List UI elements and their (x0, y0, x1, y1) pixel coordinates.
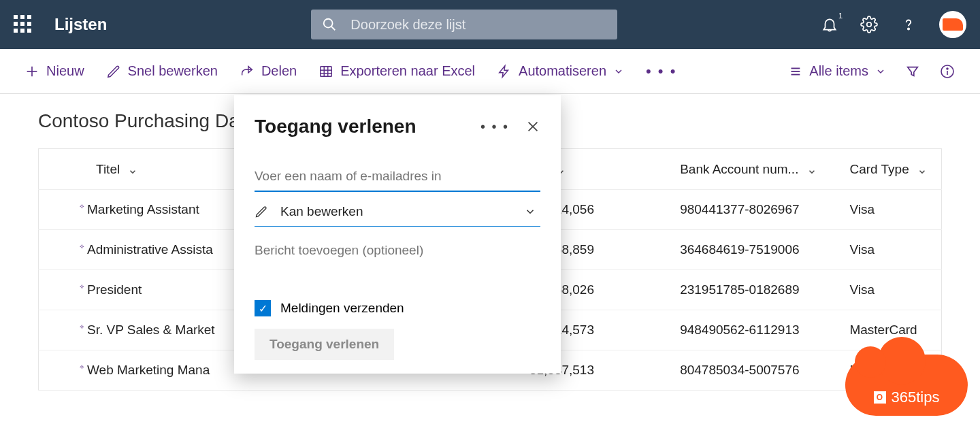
people-picker-input[interactable] (255, 165, 540, 192)
notifications-icon[interactable]: 1 (821, 16, 838, 33)
dialog-header: Toegang verlenen • • • (255, 116, 540, 137)
plus-icon (24, 64, 39, 79)
search-container (311, 10, 617, 39)
app-header: Lijsten 1 (0, 0, 980, 49)
cell-bank: 364684619-7519006 (666, 230, 836, 270)
dialog-more-icon[interactable]: • • • (480, 119, 509, 135)
svg-point-2 (867, 22, 872, 27)
column-header-card-type[interactable]: Card Type ⌄ (836, 149, 941, 190)
chevron-down-icon: ⌄ (127, 162, 138, 176)
svg-point-3 (908, 28, 909, 29)
new-item-marker: ⟡ (80, 282, 84, 290)
share-button[interactable]: Delen (240, 63, 297, 79)
grant-access-dialog: Toegang verlenen • • • Kan bewerken ✓ Me… (234, 95, 561, 374)
brand-square-icon: O (874, 391, 886, 404)
svg-point-0 (324, 19, 333, 28)
app-launcher-icon[interactable] (14, 15, 33, 34)
avatar-logo (943, 18, 963, 31)
quick-edit-label: Snel bewerken (128, 63, 218, 79)
automate-icon (497, 64, 512, 79)
message-input[interactable] (255, 243, 540, 258)
share-label: Delen (261, 63, 297, 79)
cell-card: Visa (836, 190, 941, 230)
chevron-down-icon: ⌄ (917, 162, 928, 176)
export-excel-label: Exporteren naar Excel (340, 63, 475, 79)
column-header-label: Titel (96, 162, 120, 176)
column-header-label: Card Type (849, 162, 909, 176)
cell-bank: 948490562-6112913 (666, 310, 836, 350)
notify-label: Meldingen verzenden (280, 301, 404, 316)
cell-bank: 231951785-0182689 (666, 270, 836, 310)
cell-card: Visa (836, 230, 941, 270)
view-selector[interactable]: Alle items (787, 63, 886, 79)
filter-button[interactable] (905, 64, 920, 79)
automate-label: Automatiseren (519, 63, 606, 79)
new-label: Nieuw (46, 63, 84, 79)
svg-point-16 (947, 68, 948, 69)
header-actions: 1 (821, 11, 966, 38)
cell-bank: 980441377-8026967 (666, 190, 836, 230)
brand-watermark: O 365tips (845, 355, 968, 416)
search-input[interactable] (350, 17, 606, 33)
view-selector-label: Alle items (809, 63, 868, 79)
more-commands-button[interactable]: • • • (646, 63, 676, 80)
command-bar: Nieuw Snel bewerken Delen Exporteren naa… (0, 49, 980, 94)
pencil-icon (106, 64, 121, 79)
new-item-marker: ⟡ (80, 242, 84, 250)
column-header-label: Bank Account num... (680, 162, 798, 176)
dialog-header-actions: • • • (480, 119, 540, 135)
chevron-down-icon (875, 66, 886, 77)
close-icon[interactable] (525, 119, 540, 134)
cell-card: Visa (836, 270, 941, 310)
excel-icon (318, 64, 333, 79)
automate-button[interactable]: Automatiseren (497, 63, 624, 79)
svg-rect-6 (321, 66, 332, 76)
export-excel-button[interactable]: Exporteren naar Excel (318, 63, 475, 79)
dialog-title: Toegang verlenen (255, 116, 416, 137)
permission-selector[interactable]: Kan bewerken (255, 197, 540, 227)
list-icon (787, 64, 802, 79)
notify-checkbox[interactable]: ✓ (255, 300, 271, 316)
pencil-icon (255, 205, 268, 218)
new-item-marker: ⟡ (80, 323, 84, 330)
quick-edit-button[interactable]: Snel bewerken (106, 63, 218, 79)
cell-bank: 804785034-5007576 (666, 350, 836, 391)
help-icon[interactable] (900, 16, 917, 33)
app-title: Lijsten (54, 15, 107, 34)
ellipsis-icon: • • • (646, 63, 676, 80)
search-icon (322, 17, 337, 32)
grant-access-button[interactable]: Toegang verlenen (255, 329, 394, 360)
notification-count: 1 (838, 12, 843, 20)
account-avatar[interactable] (939, 11, 966, 38)
svg-line-1 (331, 27, 336, 31)
chevron-down-icon (613, 66, 624, 77)
share-icon (240, 64, 255, 79)
chevron-down-icon (524, 206, 536, 218)
brand-label: 365tips (892, 389, 940, 406)
notify-row: ✓ Meldingen verzenden (255, 300, 540, 316)
command-bar-right: Alle items (787, 63, 956, 80)
info-button[interactable] (939, 63, 956, 80)
chevron-down-icon: ⌄ (806, 162, 817, 176)
column-header-bank[interactable]: Bank Account num... ⌄ (666, 149, 836, 190)
new-item-marker: ⟡ (80, 202, 84, 210)
settings-icon[interactable] (860, 16, 878, 33)
search-box[interactable] (311, 10, 617, 39)
permission-label: Kan bewerken (280, 204, 363, 219)
new-item-marker: ⟡ (80, 363, 84, 370)
new-button[interactable]: Nieuw (24, 63, 84, 79)
